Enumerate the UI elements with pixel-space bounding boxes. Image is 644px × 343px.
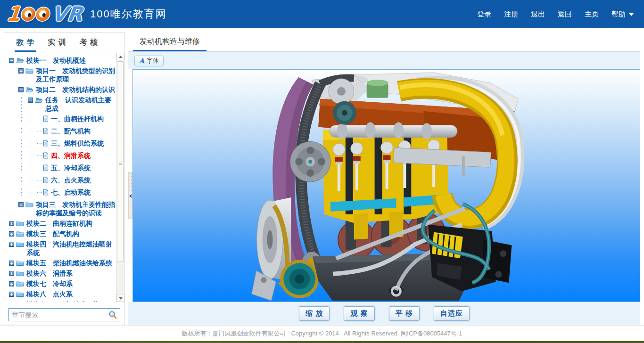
folder-closed-icon xyxy=(16,291,24,297)
folder-closed-icon xyxy=(16,230,24,237)
collapse-icon[interactable]: − xyxy=(9,58,14,63)
pan-button[interactable]: 平 移 xyxy=(389,306,420,321)
tree-item-label[interactable]: 项目二 发动机结构的认识 xyxy=(36,85,116,94)
tree-guide-line xyxy=(28,176,37,184)
expand-icon[interactable]: + xyxy=(9,221,14,226)
nav-back[interactable]: 返回 xyxy=(558,10,572,19)
content-tabbar: 发动机构造与维修 xyxy=(128,32,640,52)
tree-item-label[interactable]: 模块六 润滑系 xyxy=(26,269,116,278)
top-navigation: 登录注册退出返回主页帮助 xyxy=(477,10,634,19)
fit-button[interactable]: 自适应 xyxy=(434,306,470,321)
tree-item[interactable]: −模块一 发动机概述 xyxy=(9,56,116,65)
nav-logout[interactable]: 退出 xyxy=(531,10,545,19)
tree-guide-line xyxy=(9,66,18,83)
folder-open-icon xyxy=(35,97,43,103)
tree-item-label[interactable]: 二、配气机构 xyxy=(51,127,116,135)
observe-button[interactable]: 观 察 xyxy=(344,306,374,321)
tree-item-label[interactable]: 七、启动系统 xyxy=(51,188,116,196)
tree-item-label[interactable]: 一、曲柄连杆机构 xyxy=(51,114,116,123)
scrollbar-thumb[interactable] xyxy=(117,61,124,262)
collapse-sidebar-handle[interactable] xyxy=(128,172,132,219)
tree-item[interactable]: +模块七 冷却系 xyxy=(9,279,116,288)
tree-item[interactable]: +项目三 发动机主要性能指标的掌握及编号的识读 xyxy=(9,200,116,217)
tree-item[interactable]: +模块二 曲柄连缸机构 xyxy=(9,219,116,228)
tree-guide-line xyxy=(18,188,28,196)
document-icon xyxy=(43,152,49,159)
tree-item[interactable]: 七、启动系统 xyxy=(9,188,116,196)
folder-closed-icon xyxy=(16,270,24,277)
tree-branch-line xyxy=(37,143,42,144)
tree-branch-line xyxy=(37,168,42,168)
expand-icon[interactable]: + xyxy=(18,68,24,74)
collapse-icon[interactable]: − xyxy=(28,98,33,103)
tree-item[interactable]: 四、润滑系统 xyxy=(9,151,116,160)
tree-item[interactable]: −项目二 发动机结构的认识 xyxy=(9,85,116,94)
sidebar-tab-training[interactable]: 实 训 xyxy=(46,33,67,52)
tree-item[interactable]: +模块八 点火系 xyxy=(9,290,116,298)
scroll-down-button[interactable] xyxy=(116,294,124,302)
tree-item[interactable]: −任务 认识发动机主要总成 xyxy=(9,96,116,113)
document-icon xyxy=(43,177,49,183)
tree-item[interactable]: +模块九 发动机总成吊装 xyxy=(9,300,116,302)
tree-item-label[interactable]: 三、燃料供给系统 xyxy=(51,139,116,147)
tree-item-label[interactable]: 六、点火系统 xyxy=(51,176,116,184)
folder-closed-icon xyxy=(16,241,24,247)
tree-item-label[interactable]: 五、冷却系统 xyxy=(51,163,116,172)
tree-item-label[interactable]: 任务 认识发动机主要总成 xyxy=(45,96,116,113)
sidebar-tab-assessment[interactable]: 考 核 xyxy=(78,33,99,52)
tree-guide-line xyxy=(9,139,18,147)
nav-login[interactable]: 登录 xyxy=(477,10,491,19)
tree-scrollbar[interactable] xyxy=(116,53,124,302)
folder-closed-icon xyxy=(25,201,33,208)
tree-item-label[interactable]: 模块一 发动机概述 xyxy=(26,56,116,65)
tab-engine-course[interactable]: 发动机构造与维修 xyxy=(133,32,206,51)
tree-branch-line xyxy=(37,180,42,180)
expand-icon[interactable]: + xyxy=(9,292,14,297)
tree-guide-line xyxy=(9,200,18,217)
engine-3d-viewport[interactable] xyxy=(132,69,640,302)
expand-icon[interactable]: + xyxy=(9,261,14,266)
tree-item-label[interactable]: 项目三 发动机主要性能指标的掌握及编号的识读 xyxy=(36,200,116,217)
tree-item-label[interactable]: 项目一 发动机类型的识别及工作原理 xyxy=(36,66,116,83)
tree-item-label-selected[interactable]: 四、润滑系统 xyxy=(51,151,116,160)
tree-item-label[interactable]: 模块八 点火系 xyxy=(26,290,116,298)
scroll-up-button[interactable] xyxy=(116,53,124,60)
tree-item-label[interactable]: 模块七 冷却系 xyxy=(26,279,116,288)
nav-home[interactable]: 主页 xyxy=(585,10,599,19)
tree-item[interactable]: +模块四 汽油机电控燃油喷射系统 xyxy=(9,240,116,257)
expand-icon[interactable]: + xyxy=(9,242,14,247)
tree-item-label[interactable]: 模块九 发动机总成吊装 xyxy=(26,300,116,302)
expand-icon[interactable]: + xyxy=(9,231,14,237)
tree-item[interactable]: 六、点火系统 xyxy=(9,176,116,184)
tree-item[interactable]: +模块三 配气机构 xyxy=(9,229,116,238)
tree-item[interactable]: 一、曲柄连杆机构 xyxy=(9,114,116,123)
tree-branch-line xyxy=(37,192,42,193)
expand-icon[interactable]: + xyxy=(18,202,24,207)
sidebar-tab-teaching[interactable]: 教 学 xyxy=(15,33,36,52)
search-input[interactable] xyxy=(9,311,108,318)
tree-item[interactable]: 二、配气机构 xyxy=(9,127,116,135)
zoom-button[interactable]: 缩 放 xyxy=(299,306,330,321)
tree-guide-line xyxy=(18,127,28,135)
desktop-background-strip xyxy=(0,341,644,343)
tree-item[interactable]: 五、冷却系统 xyxy=(9,163,116,172)
expand-icon[interactable]: + xyxy=(9,281,14,286)
tree-guide-line xyxy=(9,163,18,172)
site-logo[interactable]: 1 VR xyxy=(6,4,84,24)
tree-item-label[interactable]: 模块三 配气机构 xyxy=(26,229,116,238)
tree-item-label[interactable]: 模块二 曲柄连缸机构 xyxy=(26,219,116,228)
site-title: 100唯尔教育网 xyxy=(90,7,167,21)
tree-item-label[interactable]: 模块四 汽油机电控燃油喷射系统 xyxy=(26,240,116,257)
tree-item[interactable]: +模块五 柴油机燃油供给系统 xyxy=(9,259,116,267)
expand-icon[interactable]: + xyxy=(9,271,14,276)
tree-guide-line xyxy=(28,139,37,147)
tree-item[interactable]: +模块六 润滑系 xyxy=(9,269,116,278)
font-button[interactable]: 字体 xyxy=(134,56,164,66)
tree-item[interactable]: +项目一 发动机类型的识别及工作原理 xyxy=(9,66,116,83)
nav-help[interactable]: 帮助 xyxy=(611,10,634,19)
nav-register[interactable]: 注册 xyxy=(504,10,518,19)
search-icon[interactable] xyxy=(108,310,117,319)
tree-item[interactable]: 三、燃料供给系统 xyxy=(9,139,116,147)
collapse-icon[interactable]: − xyxy=(18,87,24,92)
tree-item-label[interactable]: 模块五 柴油机燃油供给系统 xyxy=(26,259,116,267)
